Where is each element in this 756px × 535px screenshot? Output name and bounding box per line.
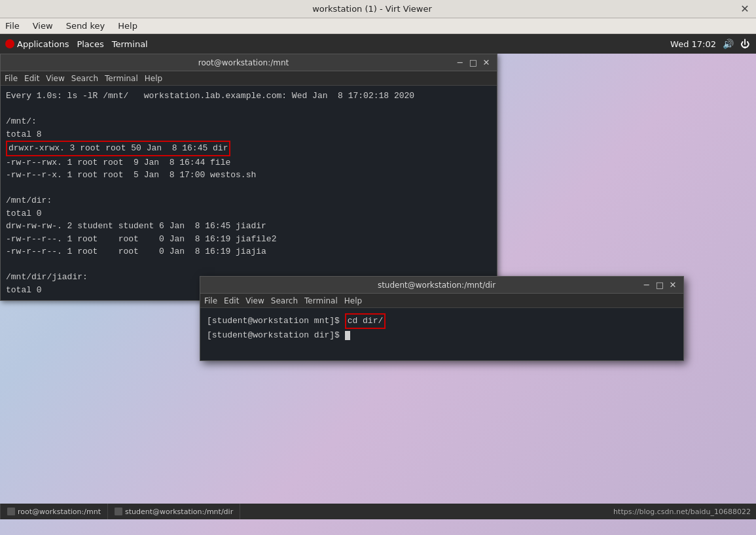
- gnome-clock: Wed 17:02: [670, 39, 716, 49]
- redhat-logo-icon: [5, 39, 14, 48]
- terminal-root-minimize[interactable]: −: [455, 58, 465, 68]
- terminal-student-content: [student@workstation mnt]$ cd dir/ [stud…: [200, 308, 683, 360]
- term-student-menu-view[interactable]: View: [245, 296, 264, 305]
- terminal-root-total2: total 0: [6, 207, 492, 220]
- term-root-menu-file[interactable]: File: [5, 74, 18, 83]
- gnome-terminal-menu[interactable]: Terminal: [112, 39, 148, 49]
- power-icon[interactable]: ⏻: [740, 39, 749, 49]
- term-student-menu-file[interactable]: File: [204, 296, 217, 305]
- terminal-taskbar-icon-root: [7, 508, 15, 515]
- terminal-student-minimize[interactable]: −: [641, 280, 652, 290]
- desktop: root@workstation:/mnt − □ ✕ File Edit Vi…: [0, 54, 756, 519]
- virt-menu-help[interactable]: Help: [115, 20, 140, 32]
- virt-viewer-title: workstation (1) - Virt Viewer: [5, 4, 739, 14]
- virt-viewer-close-button[interactable]: ✕: [739, 3, 751, 15]
- terminal-student-maximize[interactable]: □: [655, 280, 665, 290]
- terminal-student-close[interactable]: ✕: [668, 280, 678, 290]
- dir-highlight-box: drwxr-xrwx. 3 root root 50 Jan 8 16:45 d…: [6, 141, 230, 156]
- terminal-student-line1: [student@workstation mnt]$ cd dir/: [207, 313, 677, 329]
- taskbar-watermark: https://blog.csdn.net/baidu_10688022: [613, 508, 756, 516]
- terminal-root-blank3: [6, 258, 492, 271]
- terminal-root-titlebar[interactable]: root@workstation:/mnt − □ ✕: [1, 54, 497, 71]
- terminal-root-blank2: [6, 182, 492, 195]
- term-root-menu-view[interactable]: View: [46, 74, 64, 83]
- terminal-root-mnt-header: /mnt/:: [6, 115, 492, 128]
- terminal-root-mntdir-header: /mnt/dir:: [6, 194, 492, 207]
- gnome-places-menu[interactable]: Places: [77, 39, 103, 49]
- terminal-window-student: student@workstation:/mnt/dir − □ ✕ File …: [200, 276, 684, 361]
- gnome-status-area: Wed 17:02 🔊 ⏻: [670, 34, 749, 54]
- terminal-student-titlebar[interactable]: student@workstation:/mnt/dir − □ ✕: [200, 277, 683, 294]
- virt-menu-sendkey[interactable]: Send key: [63, 20, 108, 32]
- taskbar: root@workstation:/mnt student@workstatio…: [0, 504, 756, 519]
- term-student-menu-help[interactable]: Help: [344, 296, 362, 305]
- term-student-menu-search[interactable]: Search: [271, 296, 298, 305]
- terminal-window-root: root@workstation:/mnt − □ ✕ File Edit Vi…: [0, 54, 497, 301]
- term-root-menu-help[interactable]: Help: [145, 74, 162, 83]
- terminal-root-content: Every 1.0s: ls -lR /mnt/ workstation.lab…: [1, 86, 497, 300]
- terminal-root-line-header: Every 1.0s: ls -lR /mnt/ workstation.lab…: [6, 90, 492, 103]
- terminal-student-line2: [student@workstation dir]$: [207, 329, 677, 342]
- terminal-root-close[interactable]: ✕: [481, 58, 492, 68]
- virt-menu-file[interactable]: File: [3, 20, 22, 32]
- virt-viewer-titlebar: workstation (1) - Virt Viewer ✕: [0, 0, 756, 18]
- taskbar-item-root[interactable]: root@workstation:/mnt: [0, 504, 108, 519]
- terminal-cursor: [345, 331, 350, 340]
- terminal-root-file-row: -rw-r--rwx. 1 root root 9 Jan 8 16:44 fi…: [6, 156, 492, 169]
- speaker-icon[interactable]: 🔊: [723, 39, 734, 49]
- terminal-root-title: root@workstation:/mnt: [32, 58, 455, 67]
- terminal-student-controls: − □ ✕: [641, 280, 678, 290]
- terminal-student-menubar: File Edit View Search Terminal Help: [200, 294, 683, 308]
- terminal-root-menubar: File Edit View Search Terminal Help: [1, 71, 497, 86]
- terminal-root-dir-row: drwxr-xrwx. 3 root root 50 Jan 8 16:45 d…: [6, 141, 492, 156]
- terminal-root-jiajia-row: -rw-r--r--. 1 root root 0 Jan 8 16:19 ji…: [6, 245, 492, 258]
- term-root-menu-terminal[interactable]: Terminal: [105, 74, 138, 83]
- term-root-menu-edit[interactable]: Edit: [24, 74, 39, 83]
- terminal-student-prompt1: [student@workstation mnt]$: [207, 316, 340, 326]
- terminal-student-prompt2: [student@workstation dir]$: [207, 330, 340, 340]
- terminal-root-jiafile2-row: -rw-r--r--. 1 root root 0 Jan 8 16:19 ji…: [6, 233, 492, 246]
- gnome-topbar: Applications Places Terminal Wed 17:02 🔊…: [0, 34, 756, 54]
- virt-menu-view[interactable]: View: [30, 20, 56, 32]
- taskbar-item-student[interactable]: student@workstation:/mnt/dir: [108, 504, 240, 519]
- terminal-taskbar-icon-student: [115, 508, 122, 515]
- term-student-menu-terminal[interactable]: Terminal: [304, 296, 338, 305]
- taskbar-item-root-label: root@workstation:/mnt: [18, 508, 101, 516]
- terminal-root-controls: − □ ✕: [455, 58, 492, 68]
- gnome-applications-menu[interactable]: Applications: [5, 39, 69, 49]
- terminal-root-jiadir-row: drw-rw-rw-. 2 student student 6 Jan 8 16…: [6, 220, 492, 233]
- gnome-applications-label: Applications: [17, 39, 69, 49]
- term-root-menu-search[interactable]: Search: [71, 74, 98, 83]
- terminal-student-title: student@workstation:/mnt/dir: [232, 281, 641, 290]
- terminal-root-maximize[interactable]: □: [468, 58, 478, 68]
- terminal-root-westos-row: -rw-r--r-x. 1 root root 5 Jan 8 17:00 we…: [6, 169, 492, 182]
- cd-dir-command: cd dir/: [345, 313, 386, 329]
- terminal-root-total: total 8: [6, 128, 492, 141]
- term-student-menu-edit[interactable]: Edit: [224, 296, 239, 305]
- taskbar-url: https://blog.csdn.net/baidu_10688022: [613, 508, 751, 516]
- terminal-root-blank1: [6, 103, 492, 116]
- virt-viewer-menubar: File View Send key Help: [0, 18, 756, 34]
- taskbar-item-student-label: student@workstation:/mnt/dir: [125, 508, 233, 516]
